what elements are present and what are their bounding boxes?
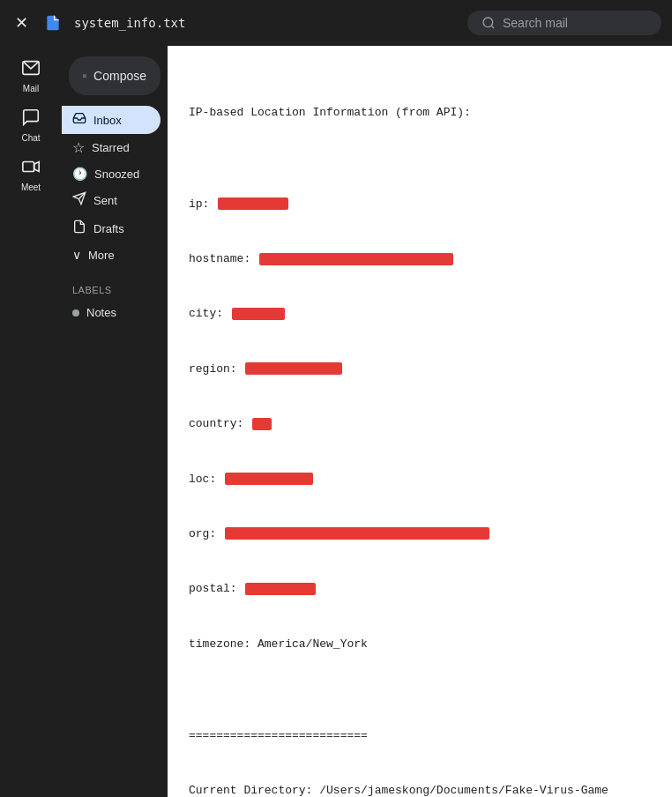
snoozed-icon: 🕐: [72, 167, 87, 181]
search-input[interactable]: [503, 16, 644, 30]
sidebar-item-chat[interactable]: Chat: [6, 102, 56, 148]
file-header: IP-based Location Information (from API)…: [189, 104, 651, 123]
city-line: city:: [189, 305, 651, 324]
app-icon: [42, 12, 63, 34]
search-bar[interactable]: [467, 11, 661, 35]
current-dir: Current Directory: /Users/jameskong/Docu…: [189, 782, 651, 797]
starred-icon: ☆: [72, 139, 85, 156]
loc-line: loc:: [189, 471, 651, 489]
nav-item-drafts[interactable]: Drafts: [62, 214, 161, 242]
sidebar: Mail Chat Meet: [0, 46, 62, 797]
meet-icon: [21, 157, 41, 181]
label-notes-text: Notes: [86, 306, 116, 319]
ip-line: ip:: [189, 196, 651, 214]
topbar: ✕ system_info.txt: [0, 0, 672, 46]
postal-redacted: [245, 583, 316, 595]
nav-more-label: More: [88, 249, 115, 262]
close-button[interactable]: ✕: [11, 12, 32, 34]
search-icon: [482, 16, 496, 30]
nav-item-starred[interactable]: ☆ Starred: [62, 134, 161, 161]
org-redacted: [225, 527, 489, 540]
sidebar-mail-label: Mail: [23, 84, 39, 93]
org-line: org:: [189, 525, 651, 544]
loc-redacted: [225, 473, 313, 485]
sidebar-item-mail[interactable]: Mail: [6, 53, 56, 99]
postal-line: postal:: [189, 580, 651, 599]
hostname-redacted: [259, 253, 453, 265]
left-panel: Compose Inbox ☆ Starred 🕐 Snoozed Sent: [62, 46, 168, 797]
chat-icon: [21, 108, 41, 131]
sidebar-meet-label: Meet: [21, 182, 41, 192]
svg-line-1: [491, 26, 494, 28]
compose-label: Compose: [93, 69, 146, 83]
file-content: IP-based Location Information (from API)…: [189, 67, 651, 797]
nav-item-inbox[interactable]: Inbox: [62, 106, 161, 134]
hostname-line: hostname:: [189, 250, 651, 269]
svg-point-0: [483, 18, 493, 27]
city-redacted: [232, 308, 285, 320]
svg-marker-4: [34, 162, 39, 172]
nav-drafts-label: Drafts: [93, 222, 124, 235]
nav-snoozed-label: Snoozed: [94, 168, 139, 181]
label-dot: [72, 309, 79, 317]
main-content: IP-based Location Information (from API)…: [168, 46, 672, 797]
file-title: system_info.txt: [74, 16, 457, 30]
inbox-icon: [72, 111, 86, 129]
compose-icon: [83, 69, 86, 83]
compose-button[interactable]: Compose: [69, 56, 161, 95]
label-item-notes[interactable]: Notes: [72, 302, 157, 323]
country-line: country:: [189, 415, 651, 434]
nav-sent-label: Sent: [93, 194, 117, 207]
nav-item-sent[interactable]: Sent: [62, 186, 161, 214]
nav-inbox-label: Inbox: [93, 114, 122, 127]
drafts-icon: [72, 220, 86, 237]
labels-section: Labels Notes: [62, 274, 168, 333]
svg-rect-3: [23, 162, 34, 172]
sidebar-chat-label: Chat: [21, 133, 40, 143]
mail-icon: [21, 58, 41, 82]
labels-title: Labels: [72, 285, 157, 295]
nav-item-more[interactable]: ∨ More: [62, 242, 161, 267]
timezone-line: timezone: America/New_York: [189, 636, 651, 654]
divider1: ==========================: [189, 727, 651, 746]
nav-starred-label: Starred: [92, 141, 130, 154]
region-line: region:: [189, 361, 651, 379]
ip-redacted: [218, 197, 288, 210]
more-icon: ∨: [72, 248, 81, 262]
sidebar-item-meet[interactable]: Meet: [6, 152, 56, 197]
nav-item-snoozed[interactable]: 🕐 Snoozed: [62, 161, 161, 186]
sent-icon: [72, 191, 86, 209]
country-redacted: [252, 418, 272, 430]
region-redacted: [245, 362, 342, 375]
